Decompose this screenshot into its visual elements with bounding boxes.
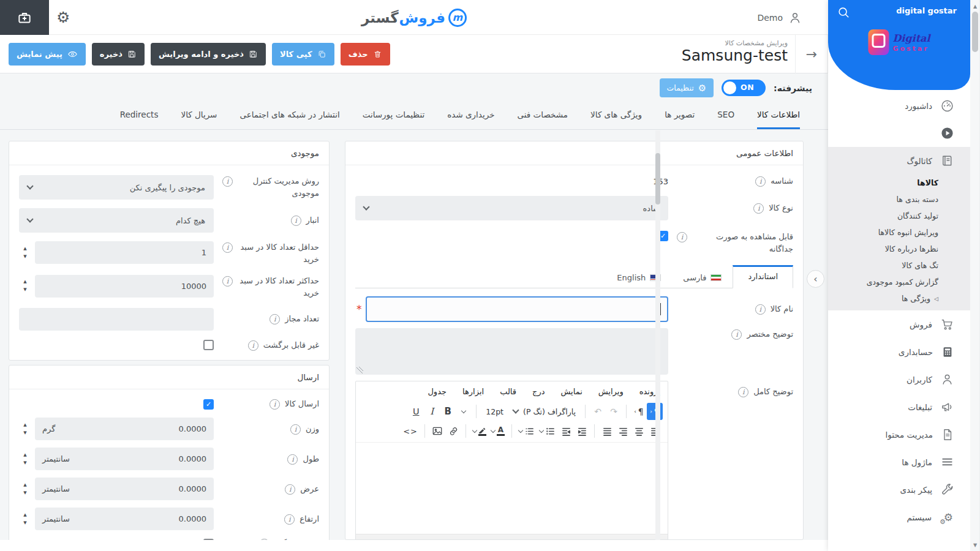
length-input[interactable]: 0.0000 سانتیمتر — [35, 448, 214, 470]
preview-button[interactable]: پیش نمایش — [9, 43, 86, 66]
numbered-list-button[interactable] — [516, 422, 537, 440]
italic-button[interactable]: I — [424, 403, 440, 420]
align-left-button[interactable] — [647, 422, 663, 440]
info-icon[interactable]: i — [755, 304, 766, 315]
weight-spinner[interactable]: ▲ ▼ — [19, 423, 31, 435]
rtl-direction-button[interactable]: ¶‹ — [647, 403, 663, 420]
sidebar-item-users[interactable]: کاربران — [828, 365, 970, 393]
info-icon[interactable]: i — [290, 424, 301, 435]
tab-specifications[interactable]: مشخصات فنی — [518, 102, 568, 129]
sidebar-item-sales[interactable]: فروش — [828, 310, 970, 338]
sidebar-item-bulk-edit[interactable]: ویرایش انبوه کالاها — [828, 224, 970, 241]
editor-content-area[interactable] — [356, 442, 668, 534]
sidebar-item-low-stock-report[interactable]: گزارش کمبود موجودی — [828, 274, 970, 290]
save-button[interactable]: ذخیره — [92, 43, 145, 66]
search-icon[interactable] — [837, 6, 850, 19]
lang-tab-english[interactable]: English — [606, 267, 672, 288]
sidebar-item-categories[interactable]: دسته بندی ها — [828, 191, 970, 208]
tab-seo[interactable]: SEO — [717, 102, 734, 129]
sidebar-item-promotions[interactable]: تبلیغات — [828, 393, 970, 421]
tab-purchased[interactable]: خریداری شده — [447, 102, 494, 129]
redo-button[interactable]: ↷ — [606, 403, 622, 420]
advanced-toggle[interactable]: ON — [722, 80, 766, 96]
sidebar-item-order-processing[interactable] — [828, 119, 970, 147]
sidebar-item-accounting[interactable]: حسابداری — [828, 338, 970, 365]
tab-pictures[interactable]: تصویر ها — [665, 102, 695, 129]
min-cart-qty-input[interactable]: 1 — [35, 241, 214, 264]
content-scrollbar-thumb[interactable] — [655, 153, 660, 204]
info-icon[interactable]: i — [270, 314, 280, 324]
info-icon[interactable]: i — [284, 514, 295, 525]
min-cart-spinner[interactable]: ▲ ▼ — [19, 247, 31, 259]
width-spinner[interactable]: ▲ ▼ — [19, 483, 31, 495]
sidebar-item-configuration[interactable]: پیکر بندی — [828, 476, 970, 503]
background-color-button[interactable] — [470, 422, 489, 440]
scroll-down-arrow[interactable]: ▼ — [970, 540, 980, 550]
not-returnable-checkbox[interactable] — [203, 340, 214, 350]
product-type-select[interactable]: ساده — [355, 196, 668, 220]
underline-button[interactable]: U — [408, 403, 424, 420]
info-icon[interactable]: i — [222, 276, 233, 287]
format-dropdown-button[interactable] — [456, 403, 472, 420]
info-icon[interactable]: i — [738, 387, 748, 397]
shipping-enabled-checkbox[interactable]: ✓ — [203, 399, 214, 410]
content-scrollbar[interactable] — [655, 130, 660, 540]
sidebar-collapse-button[interactable]: › — [807, 270, 824, 288]
indent-button[interactable] — [558, 422, 574, 440]
length-spinner[interactable]: ▲ ▼ — [19, 453, 31, 465]
sidebar-item-products[interactable]: کالاها — [828, 174, 970, 191]
save-continue-button[interactable]: ذخیره و ادامه ویرایش — [151, 43, 266, 66]
weight-input[interactable]: 0.0000 گرم — [35, 418, 214, 440]
sidebar-item-product-tags[interactable]: تگ های کالا — [828, 257, 970, 274]
page-scrollbar[interactable]: ▲ ▼ — [970, 0, 980, 551]
tab-product-info[interactable]: اطلاعات کالا — [757, 102, 800, 129]
block-format-select[interactable]: پاراگراف (تگ P) — [508, 403, 581, 420]
info-icon[interactable]: i — [291, 216, 301, 226]
page-scrollbar-thumb[interactable] — [972, 12, 978, 52]
tab-product-attributes[interactable]: ویژگی های کالا — [590, 102, 642, 129]
menu-edit[interactable]: ویرایش — [598, 387, 624, 396]
ltr-direction-button[interactable]: ¶› — [631, 403, 647, 420]
bullet-list-button[interactable] — [537, 422, 558, 440]
menu-insert[interactable]: درج — [532, 387, 545, 396]
lang-tab-standard[interactable]: استاندارد — [733, 265, 793, 288]
user-menu[interactable]: Demo — [757, 0, 802, 35]
info-icon[interactable]: i — [287, 454, 298, 465]
sidebar-item-catalog[interactable]: کاتالوگ — [828, 147, 970, 174]
info-icon[interactable]: i — [753, 203, 764, 214]
tab-commission-settings[interactable]: تنظیمات پورسانت — [363, 102, 425, 129]
width-input[interactable]: 0.0000 سانتیمتر — [35, 478, 214, 500]
sidebar-item-product-reviews[interactable]: نظرها درباره کالا — [828, 241, 970, 257]
sidebar-item-modules[interactable]: ماژول ها — [828, 448, 970, 476]
sidebar-item-system[interactable]: ⚙ ⚙ سیستم — [828, 503, 970, 531]
short-description-textarea[interactable] — [355, 328, 668, 375]
info-icon[interactable]: i — [677, 232, 687, 242]
bold-button[interactable]: B — [440, 403, 456, 420]
text-color-button[interactable]: A — [489, 422, 507, 440]
allowed-qty-input[interactable] — [19, 308, 214, 331]
font-size-select[interactable]: 12pt — [481, 403, 508, 420]
info-icon[interactable]: i — [285, 484, 295, 495]
align-center-button[interactable] — [631, 422, 647, 440]
apps-menu-button[interactable] — [0, 0, 49, 35]
menu-tools[interactable]: ابزارها — [462, 387, 484, 396]
height-spinner[interactable]: ▲ ▼ — [19, 513, 31, 525]
max-cart-spinner[interactable]: ▲ ▼ — [19, 280, 31, 292]
menu-table[interactable]: جدول — [428, 387, 447, 396]
tab-redirects[interactable]: Redirects — [120, 102, 159, 129]
info-icon[interactable]: i — [270, 399, 280, 410]
info-icon[interactable]: i — [222, 176, 233, 187]
product-name-input[interactable] — [366, 296, 669, 322]
justify-button[interactable] — [599, 422, 615, 440]
sidebar-item-attributes[interactable]: ◁ ویژگی ها — [828, 290, 970, 307]
shop-logo[interactable]: Digital Gostar — [868, 29, 930, 55]
info-icon[interactable]: i — [731, 329, 742, 340]
link-button[interactable] — [445, 422, 461, 440]
lang-tab-farsi[interactable]: فارسی — [672, 267, 733, 288]
height-input[interactable]: 0.0000 سانتیمتر — [35, 508, 214, 530]
scroll-up-arrow[interactable]: ▲ — [970, 1, 980, 11]
sidebar-item-content-management[interactable]: مدیریت محتوا — [828, 421, 970, 448]
undo-button[interactable]: ↶ — [590, 403, 606, 420]
image-button[interactable] — [429, 422, 445, 440]
warehouse-select[interactable]: هیچ کدام — [19, 208, 214, 233]
